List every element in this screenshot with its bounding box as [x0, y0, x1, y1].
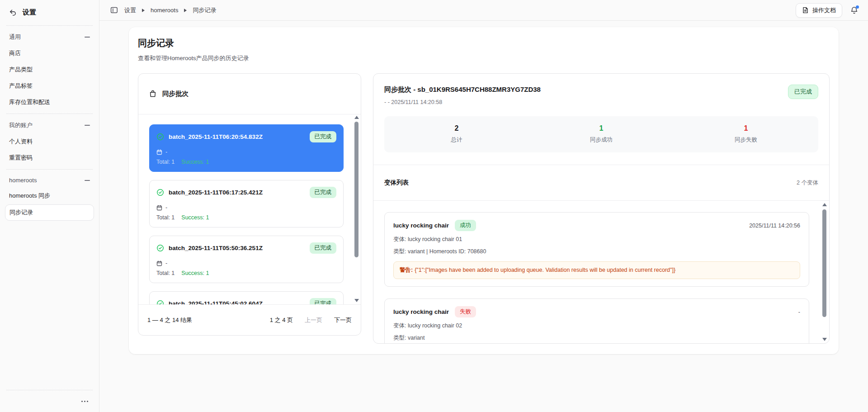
stat-total: 2 总计 [384, 124, 529, 144]
variant-line: 变体: lucky rocking chair 01 [393, 236, 800, 243]
breadcrumb-homeroots[interactable]: homeroots [151, 7, 178, 14]
detail-header: 同步批次 - sb_01K9RS645H7CH88ZMR3YG7ZD38 - -… [373, 74, 829, 105]
stat-label: 同步失败 [674, 136, 818, 144]
batch-list-footer: 1 — 4 之 14 结果 1 之 4 页 上一页 下一页 [138, 304, 361, 335]
stat-value: 1 [529, 124, 674, 133]
variant-status-badge: 成功 [455, 220, 476, 231]
batch-name: batch_2025-11-11T06:20:54.832Z [169, 133, 263, 140]
warning-text: {"1":["Images have been added to uploadi… [415, 267, 675, 273]
notification-bell-icon[interactable] [850, 6, 858, 14]
batch-date: - [165, 204, 167, 211]
collapse-icon[interactable] [85, 180, 90, 181]
back-icon[interactable] [9, 9, 17, 16]
sidebar-item-inventory-shipping[interactable]: 库存位置和配送 [0, 94, 99, 110]
sidebar-item-profile[interactable]: 个人资料 [0, 133, 99, 150]
sidebar-item-product-type[interactable]: 产品类型 [0, 62, 99, 78]
batch-item[interactable]: batch_2025-11-11T06:17:25.421Z 已完成 - [149, 180, 344, 227]
notification-dot [856, 5, 859, 9]
sidebar-section-homeroots[interactable]: homeroots [0, 173, 99, 188]
prev-page-button[interactable]: 上一页 [305, 316, 322, 324]
sidebar-section-account[interactable]: 我的账户 [0, 117, 99, 133]
breadcrumb-separator-icon [142, 9, 145, 12]
operation-docs-label: 操作文档 [812, 6, 836, 14]
scroll-down-icon[interactable] [822, 338, 827, 341]
batch-panel-title: 同步批次 [162, 90, 189, 98]
breadcrumb-sync-records[interactable]: 同步记录 [193, 6, 216, 14]
variant-name: lucky rocking chair [393, 308, 449, 315]
scrollbar-thumb[interactable] [354, 122, 359, 257]
variants-header-row: 变体列表 2 个变体 [373, 165, 829, 201]
sidebar-item-sync-records[interactable]: 同步记录 [5, 204, 94, 221]
status-badge: 已完成 [310, 187, 337, 198]
variants-count: 2 个变体 [797, 179, 818, 187]
stat-success: 1 同步成功 [529, 124, 674, 144]
batch-success: Success: 1 [181, 159, 209, 165]
sidebar-item-store[interactable]: 商店 [0, 45, 99, 62]
status-badge: 已完成 [310, 298, 337, 304]
calendar-icon [156, 205, 162, 211]
check-circle-icon [156, 300, 164, 304]
detail-subtitle: - - 2025/11/11 14:20:58 [384, 99, 818, 105]
stat-value: 2 [384, 124, 529, 133]
variant-timestamp: - [798, 309, 800, 315]
batch-panel-header: 同步批次 [138, 74, 361, 114]
batch-success: Success: 1 [181, 270, 209, 276]
sidebar-title: 设置 [23, 8, 36, 17]
main-area: 设置 homeroots 同步记录 操作文档 [99, 0, 868, 412]
scroll-up-icon[interactable] [354, 116, 359, 119]
sidebar-bottom [0, 387, 99, 412]
batch-name: batch_2025-11-11T06:17:25.421Z [169, 189, 263, 196]
more-options-icon [81, 401, 88, 402]
detail-title: 同步批次 - sb_01K9RS645H7CH88ZMR3YG7ZD38 [384, 85, 818, 94]
panels: 同步批次 batch_2025-11-11T06:20:54.832Z [138, 73, 830, 344]
variant-line: 变体: lucky rocking chair 02 [393, 322, 800, 330]
sidebar-item-product-tags[interactable]: 产品标签 [0, 78, 99, 94]
document-icon [802, 7, 809, 14]
topbar-actions: 操作文档 [796, 3, 858, 18]
breadcrumb-settings[interactable]: 设置 [124, 6, 136, 14]
batch-detail-panel: 同步批次 - sb_01K9RS645H7CH88ZMR3YG7ZD38 - -… [373, 73, 830, 344]
batch-date: - [165, 149, 167, 155]
sidebar-item-reset-password[interactable]: 重置密码 [0, 150, 99, 166]
sidebar-section-general[interactable]: 通用 [0, 29, 99, 45]
collapse-icon[interactable] [85, 37, 90, 38]
page-title: 同步记录 [138, 37, 830, 49]
collapse-icon[interactable] [85, 125, 90, 126]
batch-total: Total: 1 [156, 214, 175, 221]
batch-name: batch_2025-11-11T05:45:02.604Z [169, 300, 263, 304]
check-circle-icon [156, 244, 164, 252]
warning-message: 警告:{"1":["Images have been added to uplo… [393, 261, 800, 279]
variant-card: lucky rocking chair 失败 - 变体: lucky rocki… [384, 298, 809, 343]
calendar-icon [156, 260, 162, 266]
batch-date: - [165, 260, 167, 266]
stat-value: 1 [674, 124, 818, 133]
scroll-down-icon[interactable] [354, 299, 359, 302]
warning-label: 警告: [400, 267, 413, 273]
batch-list-scrollbar [354, 116, 359, 302]
batch-success: Success: 1 [181, 214, 209, 221]
batch-total: Total: 1 [156, 159, 175, 165]
page-subtitle: 查看和管理Homeroots产品同步的历史记录 [138, 54, 830, 62]
batch-list-panel: 同步批次 batch_2025-11-11T06:20:54.832Z [138, 73, 361, 336]
section-label: 通用 [9, 33, 21, 41]
variant-card: lucky rocking chair 成功 2025/11/11 14:20:… [384, 212, 809, 287]
next-page-button[interactable]: 下一页 [334, 316, 352, 324]
scrollbar-thumb[interactable] [822, 209, 826, 317]
sidebar-item-homeroots-sync[interactable]: homeroots 同步 [0, 188, 99, 204]
calendar-icon [156, 149, 162, 155]
batch-item[interactable]: batch_2025-11-11T05:45:02.604Z 已完成 [149, 291, 344, 304]
variant-type-line: 类型: variant | Homeroots ID: 708680 [393, 248, 800, 256]
sidebar-header: 设置 [0, 0, 99, 22]
detail-status-badge: 已完成 [788, 85, 818, 99]
sidebar-divider [6, 25, 93, 26]
section-label: homeroots [9, 177, 37, 184]
variant-type-line: 类型: variant [393, 334, 800, 342]
variant-status-badge: 失败 [455, 306, 476, 317]
stat-label: 同步成功 [529, 136, 674, 144]
scroll-up-icon[interactable] [822, 203, 827, 206]
batch-item[interactable]: batch_2025-11-11T05:50:36.251Z 已完成 - [149, 236, 344, 283]
sidebar-toggle-icon[interactable] [110, 6, 118, 14]
more-options-button[interactable] [0, 393, 99, 412]
operation-docs-button[interactable]: 操作文档 [796, 3, 842, 18]
batch-item[interactable]: batch_2025-11-11T06:20:54.832Z 已完成 - [149, 124, 344, 172]
